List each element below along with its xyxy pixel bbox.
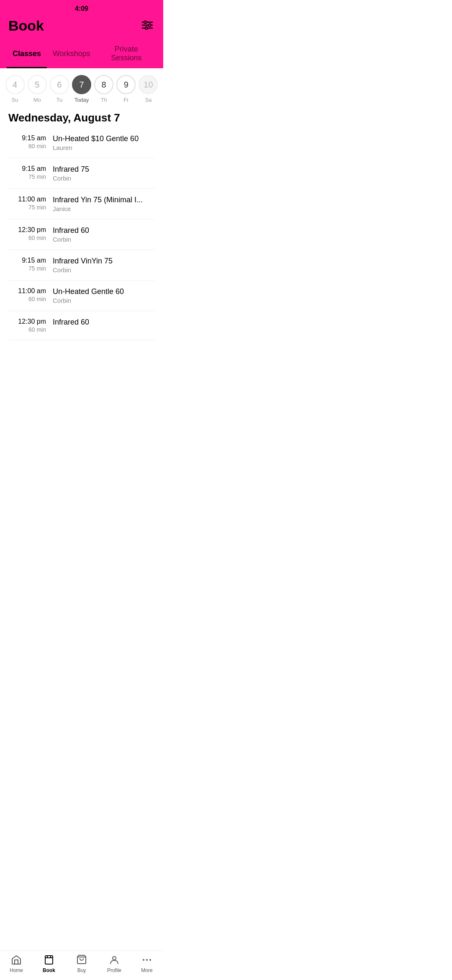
class-instructor: Corbin [53,236,155,243]
class-instructor: Janice [53,205,155,212]
class-time-block: 11:00 am75 min [8,196,46,211]
class-time-main: 12:30 pm [8,318,46,325]
class-time-block: 9:15 am75 min [8,165,46,180]
day-label: Today [74,97,89,103]
class-instructor: Corbin [53,175,155,182]
class-time-block: 9:15 am75 min [8,257,46,272]
filter-icon [141,20,153,30]
date-heading: Wednesday, August 7 [0,106,163,128]
class-time-main: 9:15 am [8,165,46,173]
class-info: Infrared VinYin 75Corbin [53,257,155,273]
class-duration: 60 min [8,143,46,150]
calendar-day-6[interactable]: 6Tu [50,75,69,103]
filter-button[interactable] [140,18,155,33]
day-number: 7 [72,75,91,94]
class-item[interactable]: 12:30 pm60 minInfrared 60Corbin [8,219,155,250]
class-item[interactable]: 11:00 am75 minInfrared Yin 75 (Minimal I… [8,189,155,219]
day-number: 4 [5,75,25,94]
header: Book [0,14,163,41]
class-item[interactable]: 9:15 am60 minUn-Heated $10 Gentle 60Laur… [8,128,155,158]
class-name: Un-Heated $10 Gentle 60 [53,134,155,143]
tab-private-sessions[interactable]: Private Sessions [96,41,157,68]
day-label: Th [101,97,107,103]
class-info: Infrared 60 [53,318,155,328]
page-title: Book [8,18,44,34]
day-label: Fr [123,97,128,103]
class-item[interactable]: 11:00 am60 minUn-Heated Gentle 60Corbin [8,281,155,311]
day-label: Tu [56,97,62,103]
class-info: Infrared 75Corbin [53,165,155,182]
class-time-block: 12:30 pm60 min [8,318,46,333]
svg-point-5 [145,27,148,29]
day-label: Su [12,97,18,103]
class-name: Infrared 60 [53,318,155,327]
day-number: 10 [139,75,158,94]
class-info: Un-Heated $10 Gentle 60Lauren [53,134,155,151]
class-time-block: 12:30 pm60 min [8,226,46,241]
day-number: 5 [28,75,47,94]
calendar-day-8[interactable]: 8Th [94,75,113,103]
class-item[interactable]: 9:15 am75 minInfrared VinYin 75Corbin [8,250,155,281]
svg-point-3 [149,24,151,26]
class-info: Infrared Yin 75 (Minimal I...Janice [53,196,155,212]
calendar-day-4[interactable]: 4Su [5,75,25,103]
calendar-day-5[interactable]: 5Mo [28,75,47,103]
class-item[interactable]: 9:15 am75 minInfrared 75Corbin [8,158,155,189]
status-bar: 4:09 [0,0,163,14]
class-duration: 75 min [8,265,46,272]
class-time-main: 11:00 am [8,196,46,203]
class-time-main: 9:15 am [8,257,46,264]
class-time-block: 11:00 am60 min [8,287,46,302]
class-name: Infrared 60 [53,226,155,235]
class-instructor: Corbin [53,297,155,304]
class-duration: 60 min [8,296,46,302]
class-duration: 75 min [8,204,46,211]
class-time-main: 9:15 am [8,134,46,142]
day-number: 8 [94,75,113,94]
calendar-day-9[interactable]: 9Fr [116,75,136,103]
day-label: Mo [33,97,41,103]
status-time: 4:09 [75,5,88,13]
day-number: 9 [116,75,136,94]
class-list: 9:15 am60 minUn-Heated $10 Gentle 60Laur… [0,128,163,340]
class-instructor: Corbin [53,266,155,273]
calendar-strip: 4Su5Mo6Tu7Today8Th9Fr10Sa [0,68,163,106]
svg-point-1 [144,21,146,23]
day-number: 6 [50,75,69,94]
class-time-main: 11:00 am [8,287,46,295]
calendar-day-7[interactable]: 7Today [72,75,91,103]
class-name: Infrared Yin 75 (Minimal I... [53,196,155,204]
class-duration: 60 min [8,326,46,333]
class-name: Un-Heated Gentle 60 [53,287,155,296]
class-name: Infrared VinYin 75 [53,257,155,266]
class-info: Un-Heated Gentle 60Corbin [53,287,155,304]
calendar-day-10[interactable]: 10Sa [139,75,158,103]
class-item[interactable]: 12:30 pm60 minInfrared 60 [8,311,155,340]
day-label: Sa [145,97,152,103]
class-time-block: 9:15 am60 min [8,134,46,150]
class-time-main: 12:30 pm [8,226,46,234]
class-duration: 75 min [8,173,46,180]
tab-workshops[interactable]: Workshops [47,41,96,68]
tabs-bar: Classes Workshops Private Sessions [0,41,163,68]
class-name: Infrared 75 [53,165,155,174]
class-info: Infrared 60Corbin [53,226,155,243]
class-instructor: Lauren [53,144,155,151]
class-duration: 60 min [8,235,46,241]
tab-classes[interactable]: Classes [7,41,47,68]
